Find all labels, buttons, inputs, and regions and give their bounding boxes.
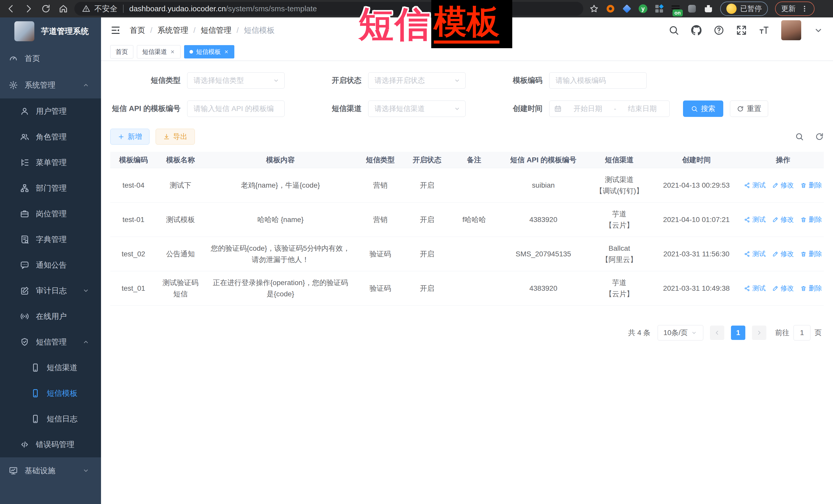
avatar[interactable]: [781, 20, 801, 40]
sidebar-item-audit-log[interactable]: 审计日志: [0, 278, 101, 304]
help-icon[interactable]: [714, 25, 724, 35]
users-icon: [20, 132, 29, 142]
sidebar-item-role-mgmt[interactable]: 角色管理: [0, 124, 101, 150]
sidebar-item-menu-mgmt[interactable]: 菜单管理: [0, 150, 101, 175]
sms-channel-label: 短信渠道: [291, 103, 361, 114]
cell-channel: 芋道 【云片】: [588, 277, 650, 300]
sidebar-item-post-mgmt[interactable]: 岗位管理: [0, 201, 101, 226]
search-icon[interactable]: [668, 25, 679, 35]
refresh-icon[interactable]: [815, 132, 824, 141]
close-icon[interactable]: [170, 49, 175, 54]
delete-link[interactable]: 删除: [801, 181, 822, 190]
search-button[interactable]: 搜索: [683, 100, 723, 117]
edit-link[interactable]: 修改: [772, 215, 794, 224]
reset-button[interactable]: 重置: [730, 100, 768, 117]
test-link[interactable]: 测试: [744, 181, 766, 190]
tag-sms-channel[interactable]: 短信渠道: [137, 45, 181, 58]
update-label: 更新: [781, 4, 795, 14]
extension-y-icon[interactable]: y: [639, 4, 647, 13]
sidebar-item-user-mgmt[interactable]: 用户管理: [0, 98, 101, 124]
api-template-id-input[interactable]: [187, 100, 285, 117]
breadcrumb-system[interactable]: 系统管理: [158, 25, 188, 35]
delete-link[interactable]: 删除: [801, 249, 822, 258]
delete-link[interactable]: 删除: [801, 215, 822, 224]
cell-channel: Ballcat 【阿里云】: [588, 243, 650, 265]
chevron-down-icon: [82, 467, 90, 475]
back-icon[interactable]: [6, 4, 16, 14]
cell-status: 开启: [404, 284, 450, 293]
edit-link[interactable]: 修改: [772, 181, 794, 190]
bookmark-star-icon[interactable]: [590, 4, 599, 13]
sidebar-item-home[interactable]: 首页: [0, 45, 101, 72]
add-button[interactable]: 新增: [110, 129, 149, 145]
breadcrumb-home[interactable]: 首页: [130, 25, 145, 35]
template-code-input[interactable]: [549, 72, 647, 89]
cell-created: 2021-03-31 11:56:30: [650, 250, 742, 258]
sms-type-select[interactable]: [187, 72, 285, 89]
font-size-icon[interactable]: [759, 25, 769, 35]
announcement-icon: [20, 261, 29, 270]
search-toggle-icon[interactable]: [795, 132, 804, 141]
address-bar[interactable]: 不安全 dashboard.yudao.iocoder.cn/system/sm…: [74, 2, 583, 16]
sidebar-logo[interactable]: 芋道管理系统: [0, 18, 101, 45]
edit-link[interactable]: 修改: [772, 284, 794, 293]
extension-puzzle-icon[interactable]: [704, 4, 713, 13]
export-button[interactable]: 导出: [156, 129, 195, 145]
sidebar-item-online-users[interactable]: 在线用户: [0, 304, 101, 329]
next-page-button[interactable]: [752, 326, 766, 340]
sidebar-item-sms-template[interactable]: 短信模板: [0, 380, 101, 406]
sidebar-item-error-code[interactable]: 错误码管理: [0, 432, 101, 457]
profile-paused-pill[interactable]: 已暂停: [720, 2, 768, 16]
sidebar-item-sms-log[interactable]: 短信日志: [0, 406, 101, 432]
extension-list-icon[interactable]: on: [671, 4, 680, 13]
test-link[interactable]: 测试: [744, 249, 766, 258]
sidebar-item-dept-mgmt[interactable]: 部门管理: [0, 175, 101, 201]
cell-status: 开启: [404, 181, 450, 190]
breadcrumb-sms[interactable]: 短信管理: [201, 25, 232, 35]
tag-home[interactable]: 首页: [110, 45, 133, 58]
sidebar-item-sms-mgmt[interactable]: 短信管理: [0, 329, 101, 355]
sidebar-collapse-icon[interactable]: [110, 25, 121, 35]
forward-icon[interactable]: [24, 4, 33, 14]
home-icon[interactable]: [58, 4, 68, 14]
plus-icon: [118, 133, 125, 140]
sidebar-item-sms-channel[interactable]: 短信渠道: [0, 355, 101, 380]
delete-link[interactable]: 删除: [801, 284, 822, 293]
api-template-id-label: 短信 API 的模板编号: [110, 103, 181, 114]
reload-icon[interactable]: [41, 4, 51, 14]
extension-orange-ring-icon[interactable]: [606, 4, 615, 13]
page-1-button[interactable]: 1: [731, 326, 745, 340]
cell-content: 老鸡{name}，牛逼{code}: [204, 180, 356, 191]
test-link[interactable]: 测试: [744, 215, 766, 224]
goto-page-input[interactable]: [793, 325, 810, 340]
prev-page-button[interactable]: [710, 326, 724, 340]
page-content: 短信类型 开启状态 模板编码: [101, 61, 833, 504]
extension-gem-icon[interactable]: [622, 4, 632, 13]
sidebar-item-infra[interactable]: 基础设施: [0, 457, 101, 484]
sms-channel-select[interactable]: [368, 100, 466, 117]
total-count: 共 4 条: [628, 328, 650, 338]
cell-remark: f哈哈哈: [450, 215, 498, 224]
test-link[interactable]: 测试: [744, 284, 766, 293]
table-row: test_02 公告通知 您的验证码{code}，该验证码5分钟内有效，请勿泄漏…: [110, 237, 824, 271]
open-status-select[interactable]: [368, 72, 466, 89]
sidebar-item-dict-mgmt[interactable]: 字典管理: [0, 226, 101, 252]
extension-grid-icon[interactable]: [654, 4, 664, 13]
start-date-placeholder[interactable]: 开始日期: [565, 104, 610, 114]
cell-api-id: 4383920: [498, 284, 588, 292]
page-size-select[interactable]: 10条/页: [658, 325, 703, 340]
fullscreen-icon[interactable]: [736, 25, 747, 35]
menu-dots-icon[interactable]: [801, 5, 808, 13]
tag-sms-template[interactable]: 短信模板: [184, 45, 234, 58]
edit-link[interactable]: 修改: [772, 249, 794, 258]
github-icon[interactable]: [691, 25, 702, 35]
sidebar-item-notice[interactable]: 通知公告: [0, 252, 101, 278]
chrome-update-pill[interactable]: 更新: [775, 2, 814, 16]
extension-lens-icon[interactable]: [687, 4, 697, 13]
filter-create-time: 创建时间 开始日期 - 结束日期: [472, 100, 670, 117]
sidebar-item-system[interactable]: 系统管理: [0, 72, 101, 98]
chevron-down-icon[interactable]: [813, 25, 824, 35]
create-time-range[interactable]: 开始日期 - 结束日期: [549, 100, 670, 117]
end-date-placeholder[interactable]: 结束日期: [620, 104, 665, 114]
close-icon[interactable]: [224, 49, 229, 54]
